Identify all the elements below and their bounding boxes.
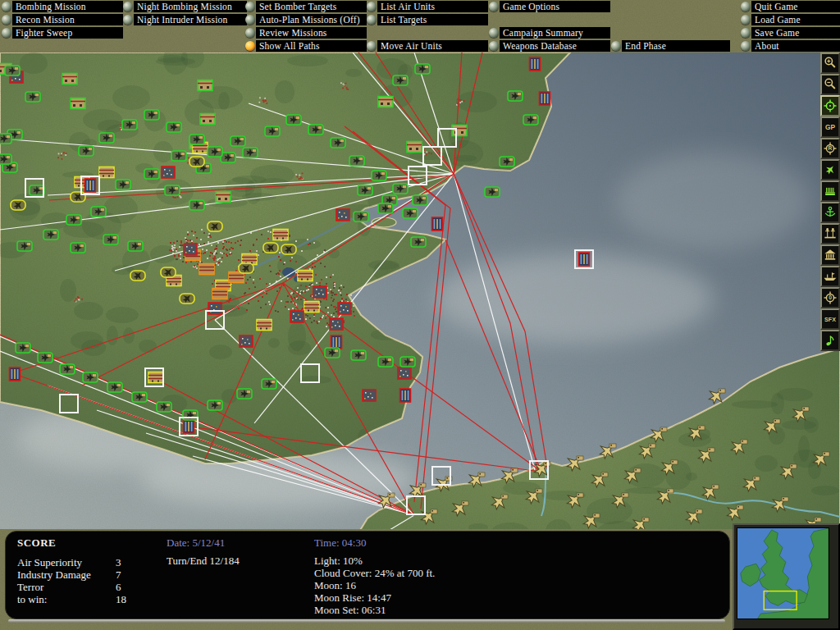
raf-airfield[interactable]: [358, 185, 372, 195]
raf-airfield[interactable]: [144, 110, 159, 120]
city-target[interactable]: [313, 286, 326, 298]
port-city[interactable]: [331, 336, 342, 349]
raf-airfield[interactable]: [83, 372, 98, 382]
raf-airfield[interactable]: [60, 364, 75, 374]
menu-button-campaign-summary[interactable]: Campaign Summary: [500, 27, 610, 39]
menu-button-load-game[interactable]: Load Game: [751, 14, 840, 25]
menu-button-about[interactable]: About: [751, 40, 840, 52]
menu-button-night-intruder-mission[interactable]: Night Intruder Mission: [134, 14, 247, 25]
raf-airfield[interactable]: [331, 138, 345, 148]
menu-lamp-save-game[interactable]: [741, 28, 751, 38]
raf-fighter-unit[interactable]: [11, 199, 25, 212]
factory[interactable]: [148, 372, 163, 383]
raf-airfield[interactable]: [243, 148, 258, 158]
factory[interactable]: [257, 320, 272, 331]
menu-button-list-targets[interactable]: List Targets: [377, 14, 488, 25]
raf-airfield[interactable]: [157, 402, 171, 412]
menu-lamp-quit-game[interactable]: [741, 2, 751, 11]
menu-lamp-about[interactable]: [741, 41, 751, 51]
raf-fighter-unit[interactable]: [71, 190, 85, 203]
raf-fighter-unit[interactable]: [180, 292, 194, 305]
raf-fighter-unit[interactable]: [281, 243, 296, 256]
factory[interactable]: [99, 167, 114, 178]
menu-lamp-weapons-database[interactable]: [489, 41, 499, 51]
raf-airfield[interactable]: [265, 126, 280, 136]
tool-music-note-icon[interactable]: [820, 330, 840, 351]
port-city[interactable]: [184, 420, 194, 433]
raf-airfield[interactable]: [116, 180, 130, 189]
raf-airfield[interactable]: [71, 243, 85, 253]
raf-airfield[interactable]: [0, 154, 11, 164]
raf-airfield[interactable]: [103, 235, 118, 244]
raf-airfield[interactable]: [208, 400, 222, 410]
raf-airfield[interactable]: [262, 379, 276, 389]
raf-airfield[interactable]: [99, 133, 114, 143]
raf-depot[interactable]: [378, 97, 393, 107]
raf-airfield[interactable]: [38, 353, 52, 363]
raf-airfield[interactable]: [351, 350, 366, 360]
menu-button-night-bombing-mission[interactable]: Night Bombing Mission: [134, 1, 247, 12]
menu-button-quit-game[interactable]: Quit Game: [751, 1, 840, 12]
menu-lamp-show-all-paths[interactable]: [245, 41, 255, 51]
raf-airfield[interactable]: [237, 389, 252, 399]
tool-target-select-icon[interactable]: [820, 95, 840, 116]
minimap[interactable]: [733, 523, 840, 630]
city-target[interactable]: [240, 336, 253, 347]
menu-button-list-air-units[interactable]: List Air Units: [377, 1, 488, 12]
raf-fighter-unit[interactable]: [130, 269, 145, 282]
factory-orange[interactable]: [212, 289, 227, 299]
city-target[interactable]: [208, 303, 221, 314]
menu-button-move-air-units[interactable]: Move Air Units: [377, 40, 488, 52]
menu-lamp-review-missions[interactable]: [245, 28, 255, 38]
raf-airfield[interactable]: [189, 200, 204, 210]
raf-airfield[interactable]: [132, 392, 147, 402]
raf-fighter-unit[interactable]: [208, 220, 222, 233]
tool-zoom-in-icon[interactable]: [820, 52, 840, 74]
port-city[interactable]: [400, 389, 411, 402]
raf-depot[interactable]: [452, 126, 467, 136]
menu-button-show-all-paths[interactable]: Show All Paths: [256, 40, 367, 52]
menu-lamp-bombing-mission[interactable]: [2, 2, 11, 11]
tool-target-zero-icon[interactable]: 0: [820, 287, 840, 308]
raf-airfield[interactable]: [30, 185, 44, 195]
city-target[interactable]: [330, 318, 343, 330]
port-city[interactable]: [432, 217, 443, 231]
factory[interactable]: [273, 230, 288, 240]
menu-lamp-move-air-units[interactable]: [367, 41, 377, 51]
raf-airfield[interactable]: [17, 241, 32, 251]
menu-button-save-game[interactable]: Save Game: [751, 27, 840, 39]
menu-button-recon-mission[interactable]: Recon Mission: [12, 14, 123, 25]
raf-airfield[interactable]: [354, 212, 368, 221]
port-city[interactable]: [85, 179, 96, 192]
raf-airfield[interactable]: [372, 171, 386, 180]
tool-radar-icon[interactable]: [820, 223, 840, 244]
tool-factory-icon[interactable]: [820, 180, 840, 202]
raf-depot[interactable]: [216, 192, 231, 203]
raf-airfield[interactable]: [523, 115, 538, 125]
raf-depot[interactable]: [71, 98, 85, 109]
raf-depot[interactable]: [407, 142, 422, 153]
raf-depot[interactable]: [200, 114, 215, 125]
menu-lamp-auto-plan-missions-off[interactable]: [245, 15, 255, 25]
raf-airfield[interactable]: [485, 187, 500, 197]
menu-button-game-options[interactable]: Game Options: [500, 1, 610, 12]
tool-ships-icon[interactable]: [820, 266, 840, 287]
port-city[interactable]: [540, 92, 550, 105]
raf-airfield[interactable]: [171, 151, 186, 161]
raf-airfield[interactable]: [349, 156, 364, 166]
menu-lamp-load-game[interactable]: [741, 15, 751, 25]
raf-airfield[interactable]: [400, 357, 415, 367]
menu-lamp-set-bomber-targets[interactable]: [245, 2, 255, 11]
city-target[interactable]: [162, 167, 175, 178]
tool-aircraft-icon[interactable]: [820, 159, 840, 180]
menu-lamp-recon-mission[interactable]: [2, 15, 11, 25]
raf-airfield[interactable]: [107, 382, 122, 392]
raf-fighter-unit[interactable]: [161, 266, 176, 279]
raf-fighter-unit[interactable]: [189, 155, 204, 168]
raf-airfield[interactable]: [325, 348, 340, 358]
menu-lamp-night-bombing-mission[interactable]: [123, 2, 133, 11]
menu-lamp-fighter-sweep[interactable]: [2, 28, 11, 38]
raf-airfield[interactable]: [500, 157, 514, 167]
menu-button-end-phase[interactable]: End Phase: [622, 40, 730, 52]
menu-button-review-missions[interactable]: Review Missions: [256, 27, 367, 39]
